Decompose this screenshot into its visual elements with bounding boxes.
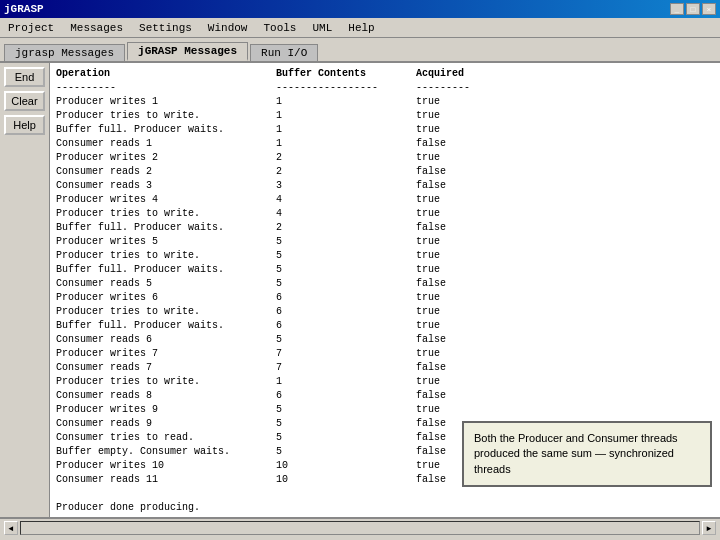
help-button[interactable]: Help bbox=[4, 115, 45, 135]
tab-run-io[interactable]: Run I/O bbox=[250, 44, 318, 61]
clear-button[interactable]: Clear bbox=[4, 91, 45, 111]
side-buttons-panel: End Clear Help bbox=[0, 63, 50, 517]
scroll-left-button[interactable]: ◄ bbox=[4, 521, 18, 535]
menu-uml[interactable]: UML bbox=[308, 20, 336, 36]
minimize-button[interactable]: _ bbox=[670, 3, 684, 15]
maximize-button[interactable]: □ bbox=[686, 3, 700, 15]
menu-settings[interactable]: Settings bbox=[135, 20, 196, 36]
console-area: Operation Buffer Contents Acquired -----… bbox=[50, 63, 720, 517]
tab-jgrasp-messages[interactable]: jGRASP Messages bbox=[127, 42, 248, 61]
close-button[interactable]: × bbox=[702, 3, 716, 15]
menu-bar: Project Messages Settings Window Tools U… bbox=[0, 18, 720, 38]
annotation-text: Both the Producer and Consumer threads p… bbox=[474, 432, 678, 475]
annotation-bubble: Both the Producer and Consumer threads p… bbox=[462, 421, 712, 487]
menu-help[interactable]: Help bbox=[344, 20, 378, 36]
menu-messages[interactable]: Messages bbox=[66, 20, 127, 36]
menu-tools[interactable]: Tools bbox=[259, 20, 300, 36]
menu-window[interactable]: Window bbox=[204, 20, 252, 36]
status-bar: ◄ ► bbox=[0, 517, 720, 537]
menu-project[interactable]: Project bbox=[4, 20, 58, 36]
scroll-track[interactable] bbox=[20, 521, 700, 535]
scroll-right-button[interactable]: ► bbox=[702, 521, 716, 535]
title-bar-text: jGRASP bbox=[4, 3, 44, 15]
end-button[interactable]: End bbox=[4, 67, 45, 87]
tab-jgrasp-messages-lower[interactable]: jgrasp Messages bbox=[4, 44, 125, 61]
title-bar: jGRASP _ □ × bbox=[0, 0, 720, 18]
tabs-container: jgrasp Messages jGRASP Messages Run I/O bbox=[0, 38, 720, 63]
